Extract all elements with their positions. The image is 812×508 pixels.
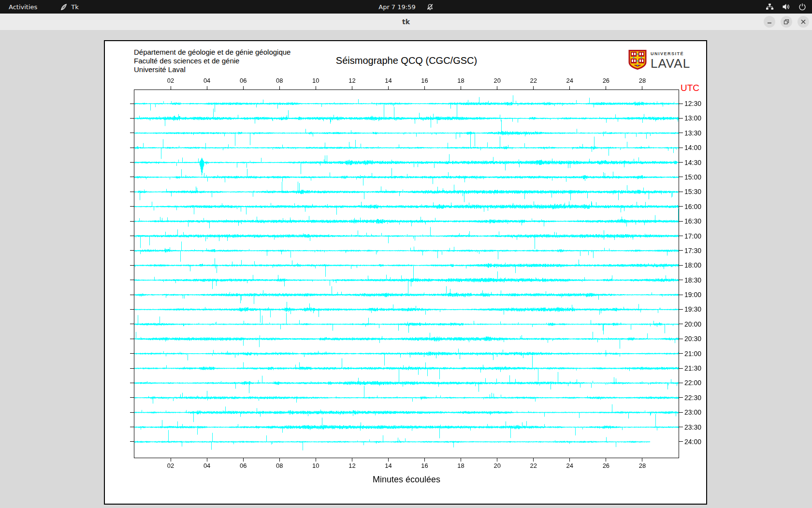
row-tick-left: [130, 397, 134, 398]
x-tick-top: [352, 86, 352, 90]
app-indicator-label: Tk: [71, 3, 78, 11]
row-tick-right: [679, 265, 683, 266]
x-tick-label-bottom: 24: [566, 462, 573, 469]
institution-line-3: Université Laval: [134, 65, 290, 74]
x-tick-label-bottom: 04: [203, 462, 210, 469]
close-button[interactable]: [798, 16, 809, 28]
row-tick-right: [679, 324, 683, 324]
x-tick-label-top: 14: [385, 77, 392, 84]
x-tick-label-top: 10: [312, 77, 319, 84]
x-tick-label-top: 06: [240, 77, 246, 84]
x-tick-label-bottom: 20: [493, 462, 500, 469]
row-tick-right: [679, 441, 683, 442]
row-tick-right: [679, 250, 683, 251]
x-tick-bottom: [316, 458, 316, 462]
utc-time-label: 22:00: [684, 379, 701, 387]
x-tick-top: [642, 86, 642, 90]
x-tick-bottom: [207, 458, 207, 462]
row-tick-right: [679, 368, 683, 369]
utc-time-label: 20:30: [684, 335, 701, 343]
x-tick-label-bottom: 06: [240, 462, 246, 469]
utc-time-label: 15:30: [684, 188, 701, 195]
row-tick-left: [130, 133, 134, 133]
utc-time-label: 18:00: [684, 261, 701, 269]
row-tick-right: [679, 177, 683, 177]
utc-time-label: 17:30: [684, 247, 701, 254]
row-tick-left: [130, 206, 134, 207]
utc-time-label: 14:00: [684, 144, 701, 151]
x-tick-label-top: 16: [421, 77, 428, 84]
window-titlebar[interactable]: tk: [0, 14, 812, 30]
x-tick-label-top: 18: [457, 77, 464, 84]
row-tick-left: [130, 324, 134, 324]
row-tick-right: [679, 104, 683, 104]
utc-axis-label: UTC: [681, 83, 699, 93]
helicorder-plot: [134, 90, 679, 458]
utc-time-label: 19:30: [684, 305, 701, 313]
row-tick-left: [130, 353, 134, 354]
row-tick-left: [130, 339, 134, 339]
row-tick-left: [130, 250, 134, 251]
x-tick-label-top: 02: [167, 77, 174, 84]
system-status-menu[interactable]: [766, 0, 806, 14]
utc-time-label: 17:00: [684, 232, 701, 240]
row-tick-right: [679, 118, 683, 119]
clock-label: Apr 7 19:59: [378, 3, 416, 11]
row-tick-left: [130, 441, 134, 442]
utc-time-label: 15:00: [684, 173, 701, 181]
x-tick-label-top: 22: [530, 77, 536, 84]
utc-time-label: 24:00: [684, 438, 701, 446]
row-tick-right: [679, 412, 683, 413]
row-tick-right: [679, 383, 683, 383]
utc-time-label: 18:30: [684, 276, 701, 284]
row-tick-right: [679, 427, 683, 427]
x-tick-top: [388, 86, 389, 90]
utc-time-label: 13:30: [684, 129, 701, 137]
row-tick-left: [130, 427, 134, 427]
x-tick-label-bottom: 14: [385, 462, 392, 469]
gnome-top-bar: Activities Tk Apr 7 19:59: [0, 0, 812, 14]
bell-muted-icon: [426, 3, 434, 11]
laval-wordmark-bottom: LAVAL: [651, 57, 690, 70]
row-tick-right: [679, 295, 683, 295]
row-tick-left: [130, 309, 134, 310]
row-tick-left: [130, 265, 134, 266]
row-tick-left: [130, 368, 134, 369]
row-tick-right: [679, 353, 683, 354]
tk-icon: [60, 3, 68, 11]
app-indicator-tk[interactable]: Tk: [57, 0, 82, 14]
minimize-button[interactable]: [764, 16, 775, 28]
row-tick-right: [679, 221, 683, 222]
utc-time-label: 23:00: [684, 408, 701, 416]
row-tick-left: [130, 118, 134, 119]
x-tick-top: [316, 86, 316, 90]
row-tick-right: [679, 236, 683, 236]
row-tick-right: [679, 397, 683, 398]
clock-menu[interactable]: Apr 7 19:59: [378, 0, 434, 14]
row-tick-right: [679, 162, 683, 163]
x-tick-label-bottom: 12: [348, 462, 355, 469]
x-tick-label-top: 24: [566, 77, 573, 84]
row-tick-right: [679, 309, 683, 310]
x-tick-label-top: 04: [203, 77, 210, 84]
utc-time-label: 13:00: [684, 114, 701, 122]
x-tick-label-bottom: 02: [167, 462, 174, 469]
volume-icon: [782, 3, 790, 11]
desktop: Activities Tk Apr 7 19:59: [0, 0, 812, 508]
utc-time-label: 16:00: [684, 203, 701, 210]
row-tick-left: [130, 104, 134, 104]
x-tick-top: [424, 86, 425, 90]
activities-button[interactable]: Activities: [0, 0, 46, 14]
x-tick-bottom: [388, 458, 389, 462]
x-tick-top: [533, 86, 534, 90]
row-tick-left: [130, 412, 134, 413]
maximize-button[interactable]: [781, 16, 792, 28]
x-tick-top: [497, 86, 497, 90]
utc-time-label: 23:30: [684, 423, 701, 431]
power-icon: [798, 3, 806, 11]
utc-time-label: 21:00: [684, 350, 701, 358]
x-axis-label: Minutes écoulées: [134, 475, 679, 485]
x-tick-bottom: [606, 458, 606, 462]
row-tick-right: [679, 206, 683, 207]
x-tick-label-bottom: 18: [457, 462, 464, 469]
